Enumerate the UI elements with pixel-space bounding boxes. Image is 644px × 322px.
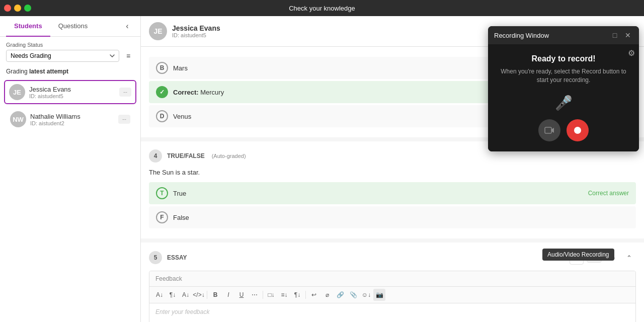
recording-window-title: Recording Window [494,32,549,39]
tb-code[interactable]: </>↓ [193,289,205,301]
student-header-avatar: JE [149,22,167,40]
minimize-button[interactable] [14,5,21,12]
tb-paragraph[interactable]: ¶↓ [167,289,179,301]
student-score-nathalie: -- [118,115,130,124]
feedback-input[interactable]: Enter your feedback [149,303,635,322]
grading-status-label: Grading Status [6,42,134,48]
student-item-jessica[interactable]: JE Jessica Evans ID: aistudent5 -- [4,80,136,104]
answer-text-correct: Correct: Mercury [173,89,224,96]
q5-number: 5 [149,251,162,264]
tb-indent[interactable]: ¶↓ [291,289,303,301]
student-name-nathalie: Nathalie Williams [30,113,114,120]
feedback-label: Feedback [149,271,635,287]
tf-false-left: F False [156,211,189,223]
q4-block: 4 TRUE/FALSE (Auto-graded) The Sun is a … [141,141,644,238]
q4-type: TRUE/FALSE [167,152,205,159]
window-controls[interactable] [4,5,31,12]
answer-letter-correct: ✓ [156,86,168,98]
maximize-button[interactable] [24,5,31,12]
title-bar: Check your knowledge [0,0,644,16]
student-header-id: ID: aistudent5 [172,32,220,38]
answer-letter-d: D [156,110,168,122]
audio-video-tooltip: Audio/Video Recording [542,249,614,261]
tf-text-false: False [173,214,189,221]
student-name-jessica: Jessica Evans [29,86,115,93]
window-title: Check your knowledge [289,5,355,12]
tb-emoji[interactable]: ☺↓ [360,289,372,301]
recording-ready-title: Ready to record! [496,54,631,63]
sort-button[interactable]: ≡ [122,50,134,62]
recording-title-controls: □ ✕ [610,30,633,40]
q4-number: 4 [149,149,162,163]
tb-undo[interactable]: ↩ [308,289,320,301]
feedback-placeholder: Enter your feedback [155,308,209,315]
sidebar-collapse-button[interactable]: ‹ [120,19,134,33]
tab-questions[interactable]: Questions [50,16,96,37]
tf-letter-t: T [156,187,168,199]
student-header-name: Jessica Evans [172,24,220,32]
recording-ready-desc: When you're ready, select the Record but… [496,67,631,85]
record-button[interactable] [567,119,589,141]
student-id-jessica: ID: aistudent5 [29,93,115,99]
student-id-nathalie: ID: aistudent2 [30,120,114,126]
tb-strikethrough[interactable]: ⌀ [321,289,333,301]
avatar-nathalie: NW [10,111,26,127]
correct-answer-label: Correct answer [588,190,629,197]
q4-badge: (Auto-graded) [212,153,246,159]
q5-type: ESSAY [167,254,187,261]
tf-answer-false: F False [149,206,636,228]
tb-attachment[interactable]: 📎 [347,289,359,301]
recording-settings-button[interactable]: ⚙ [628,48,635,58]
recording-controls [496,119,631,141]
recording-window: Recording Window □ ✕ ⚙ Ready to record! … [488,26,639,151]
tb-sep-2 [263,291,263,299]
student-item-nathalie[interactable]: NW Nathalie Williams ID: aistudent2 -- [4,107,136,131]
latest-attempt-bold: latest attempt [29,68,68,75]
sidebar-tabs: Students Questions ‹ [0,16,140,37]
answer-letter-b: B [156,62,168,74]
grading-status-select[interactable]: Needs Grading [6,50,119,62]
tb-font-size[interactable]: A↓ [180,289,192,301]
tf-true-left: T True [156,187,186,199]
close-button[interactable] [4,5,11,12]
tb-text-style[interactable]: A↓ [153,289,166,301]
recording-body: ⚙ Ready to record! When you're ready, se… [488,44,639,151]
tb-sep-3 [305,291,306,299]
tf-letter-f: F [156,211,168,223]
avatar-jessica: JE [9,84,25,100]
tf-answer-true: T True Correct answer [149,182,636,204]
recording-close-button[interactable]: ✕ [623,30,633,40]
student-info-jessica: Jessica Evans ID: aistudent5 [29,86,115,99]
collapse-button[interactable]: ⌃ [622,251,636,265]
tb-more-format[interactable]: ⋯ [249,289,261,301]
sidebar: Students Questions ‹ Grading Status Need… [0,16,141,322]
tb-italic[interactable]: I [222,289,234,301]
grading-status-section: Grading Status Needs Grading ≡ [0,37,140,65]
recording-window-titlebar: Recording Window □ ✕ [488,26,639,44]
microphone-icon: 🎤 [496,95,631,111]
recording-maximize-button[interactable]: □ [610,30,620,40]
q4-text: The Sun is a star. [149,169,636,176]
svg-rect-0 [545,127,551,133]
feedback-area: Feedback A↓ ¶↓ A↓ </>↓ B I U ⋯ □↓ [149,271,636,322]
grading-attempt-label: Grading latest attempt [0,65,140,78]
student-info-nathalie: Nathalie Williams ID: aistudent2 [30,113,114,126]
camera-button[interactable] [538,119,560,141]
answer-text-b: Mars [173,64,188,72]
answer-text-d: Venus [173,113,191,120]
student-score-jessica: -- [119,88,131,97]
q5-header-left: 5 ESSAY [149,251,187,264]
q4-header: 4 TRUE/FALSE (Auto-graded) [149,149,636,163]
tb-link[interactable]: 🔗 [334,289,346,301]
tb-align[interactable]: ≡↓ [278,289,290,301]
student-header-info: Jessica Evans ID: aistudent5 [172,24,220,38]
tab-students[interactable]: Students [6,16,50,37]
tb-sep-1 [207,291,207,299]
tb-bold[interactable]: B [209,289,221,301]
tb-table[interactable]: □↓ [265,289,277,301]
feedback-toolbar: A↓ ¶↓ A↓ </>↓ B I U ⋯ □↓ ≡↓ ¶↓ [149,287,635,303]
tf-text-true: True [173,190,186,197]
tb-underline[interactable]: U [235,289,248,301]
grading-status-row: Needs Grading ≡ [6,50,134,62]
tb-media[interactable]: 📷 [373,289,385,301]
